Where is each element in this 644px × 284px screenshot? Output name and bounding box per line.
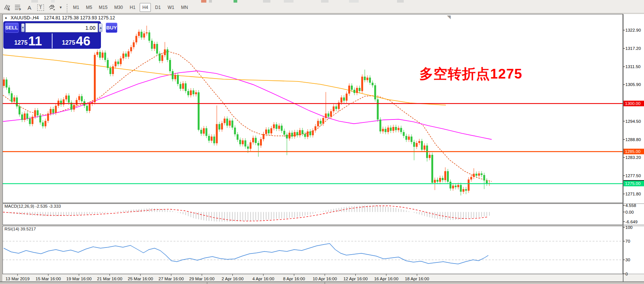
macd-tick-label: -6.649	[625, 220, 638, 224]
volume-increase-button[interactable]: ▲	[99, 23, 102, 32]
one-click-trade-panel: SELL ▼ ▲ BUY 1275 11 1275 46	[3, 21, 101, 49]
price-tick-label: 1294.50	[625, 119, 641, 124]
hline-price-badge: 1275.00	[624, 181, 644, 186]
buy-price-big: 46	[76, 34, 91, 48]
chart-header: ▲ XAUUSD-,H4 1274.81 1275.38 1273.93 127…	[4, 15, 115, 20]
chart-ohlc-values: 1274.81 1275.38 1273.93 1275.12	[44, 15, 115, 20]
date-tick-label: 27 Mar 16:00	[159, 277, 184, 281]
price-divider	[52, 33, 53, 48]
date-tick-label: 29 Mar 16:00	[189, 277, 215, 281]
buy-price[interactable]: 1275 46	[53, 33, 99, 48]
rsi-tick-label: 100	[625, 225, 632, 230]
chart-annotation-text[interactable]: 多空转折点1275	[419, 67, 522, 81]
sell-button[interactable]: SELL	[5, 23, 19, 33]
date-tick-label: 13 Mar 2019	[6, 277, 30, 281]
price-tick-label: 1271.80	[625, 192, 641, 196]
price-tick-label: 1322.90	[625, 28, 641, 32]
rsi-tick-label: 0	[625, 272, 628, 276]
price-tick-label: 1283.20	[625, 155, 641, 160]
date-tick-label: 10 Apr 16:00	[313, 277, 337, 281]
macd-tick-label: 4.558	[625, 203, 636, 208]
rsi-tick-label: 70	[625, 239, 630, 243]
macd-label: MACD(12,26,9) -2.535 -3.333	[4, 204, 61, 208]
volume-decrease-button[interactable]: ▼	[21, 23, 25, 32]
volume-input[interactable]	[25, 23, 98, 32]
price-tick-label: 1277.50	[625, 173, 641, 178]
hline-price-badge: 1285.00	[624, 149, 644, 154]
date-tick-label: 12 Apr 16:00	[343, 277, 368, 281]
buy-price-small: 1275	[62, 39, 75, 46]
price-tick-label: 1288.80	[625, 137, 641, 142]
date-tick-label: 25 Mar 16:00	[128, 277, 153, 281]
hline-price-badge: 1300.00	[624, 101, 644, 106]
buy-button[interactable]: BUY	[106, 23, 117, 33]
macd-tick-label: 0.00	[625, 210, 634, 214]
price-tick-label: 1317.20	[625, 46, 641, 51]
sell-price-small: 1275	[14, 39, 28, 46]
date-tick-label: 8 Apr 16:00	[283, 277, 305, 281]
chart-shift-marker-icon[interactable]: ◥	[447, 14, 451, 20]
date-tick-label: 15 Mar 16:00	[36, 277, 61, 281]
date-tick-label: 4 Apr 16:00	[253, 277, 275, 281]
rsi-label: RSI(14) 39.5217	[4, 227, 36, 231]
sell-price-big: 11	[28, 34, 42, 48]
sell-price[interactable]: 1275 11	[5, 33, 51, 48]
date-tick-label: 21 Mar 16:00	[97, 277, 123, 281]
date-tick-label: 18 Apr 16:00	[405, 277, 429, 281]
date-tick-label: 19 Mar 16:00	[66, 277, 92, 281]
rsi-tick-label: 30	[625, 258, 630, 262]
collapse-triangle-icon[interactable]: ▲	[4, 16, 7, 19]
price-tick-label: 1305.90	[625, 82, 641, 87]
chart-symbol-period: XAUUSD-,H4	[10, 15, 39, 20]
date-tick-label: 2 Apr 16:00	[222, 277, 244, 281]
price-tick-label: 1311.50	[625, 64, 641, 69]
date-tick-label: 16 Apr 16:00	[374, 277, 398, 281]
